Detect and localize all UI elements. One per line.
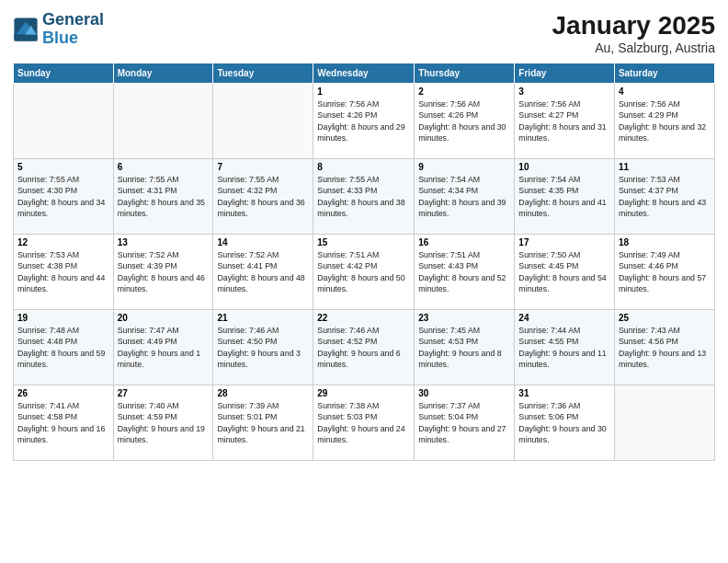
header-tuesday: Tuesday [213, 63, 313, 84]
day-info: Sunrise: 7:55 AMSunset: 4:30 PMDaylight:… [17, 174, 109, 219]
header-wednesday: Wednesday [313, 63, 415, 84]
calendar-cell: 30 Sunrise: 7:37 AMSunset: 5:04 PMDaylig… [415, 385, 515, 461]
day-number: 9 [418, 162, 510, 172]
day-number: 8 [317, 162, 410, 172]
calendar-cell: 16 Sunrise: 7:51 AMSunset: 4:43 PMDaylig… [415, 235, 515, 310]
day-info: Sunrise: 7:55 AMSunset: 4:33 PMDaylight:… [317, 174, 410, 219]
day-number: 24 [518, 313, 610, 323]
day-number: 13 [118, 237, 210, 247]
day-number: 4 [619, 86, 711, 97]
day-info: Sunrise: 7:48 AMSunset: 4:48 PMDaylight:… [17, 325, 109, 370]
header-monday: Monday [113, 63, 213, 84]
day-number: 29 [317, 388, 410, 398]
day-number: 2 [418, 86, 510, 97]
calendar-cell: 1 Sunrise: 7:56 AMSunset: 4:26 PMDayligh… [313, 84, 415, 159]
day-info: Sunrise: 7:44 AMSunset: 4:55 PMDaylight:… [518, 325, 610, 370]
header-row: Sunday Monday Tuesday Wednesday Thursday… [14, 63, 715, 84]
calendar-cell: 26 Sunrise: 7:41 AMSunset: 4:58 PMDaylig… [14, 385, 114, 461]
day-info: Sunrise: 7:45 AMSunset: 4:53 PMDaylight:… [418, 325, 510, 370]
calendar-cell: 18 Sunrise: 7:49 AMSunset: 4:46 PMDaylig… [614, 235, 714, 310]
calendar-cell: 9 Sunrise: 7:54 AMSunset: 4:34 PMDayligh… [415, 159, 515, 235]
day-info: Sunrise: 7:56 AMSunset: 4:29 PMDaylight:… [619, 98, 711, 144]
day-info: Sunrise: 7:55 AMSunset: 4:31 PMDaylight:… [118, 174, 210, 219]
header: General Blue January 2025 Au, Salzburg, … [13, 11, 715, 55]
calendar-cell: 8 Sunrise: 7:55 AMSunset: 4:33 PMDayligh… [313, 159, 415, 235]
day-info: Sunrise: 7:40 AMSunset: 4:59 PMDaylight:… [118, 400, 210, 445]
day-info: Sunrise: 7:52 AMSunset: 4:41 PMDaylight:… [217, 249, 309, 294]
day-number: 5 [17, 162, 109, 172]
calendar-cell: 23 Sunrise: 7:45 AMSunset: 4:53 PMDaylig… [415, 310, 515, 385]
day-number: 18 [619, 237, 711, 247]
calendar-cell: 11 Sunrise: 7:53 AMSunset: 4:37 PMDaylig… [614, 159, 714, 235]
day-info: Sunrise: 7:38 AMSunset: 5:03 PMDaylight:… [317, 400, 410, 445]
day-number: 30 [418, 388, 510, 398]
svg-rect-3 [14, 34, 37, 40]
day-info: Sunrise: 7:54 AMSunset: 4:34 PMDaylight:… [418, 174, 510, 219]
calendar-cell: 29 Sunrise: 7:38 AMSunset: 5:03 PMDaylig… [313, 385, 415, 461]
calendar-cell: 24 Sunrise: 7:44 AMSunset: 4:55 PMDaylig… [515, 310, 615, 385]
day-number: 14 [217, 237, 309, 247]
day-info: Sunrise: 7:52 AMSunset: 4:39 PMDaylight:… [118, 249, 210, 294]
calendar-title: January 2025 [552, 11, 715, 40]
day-info: Sunrise: 7:56 AMSunset: 4:26 PMDaylight:… [418, 98, 510, 144]
day-number: 25 [619, 313, 711, 323]
calendar-cell: 6 Sunrise: 7:55 AMSunset: 4:31 PMDayligh… [113, 159, 213, 235]
day-info: Sunrise: 7:53 AMSunset: 4:38 PMDaylight:… [17, 249, 109, 294]
day-number: 3 [518, 86, 610, 97]
calendar-cell: 28 Sunrise: 7:39 AMSunset: 5:01 PMDaylig… [213, 385, 313, 461]
calendar-week-2: 5 Sunrise: 7:55 AMSunset: 4:30 PMDayligh… [14, 159, 715, 235]
calendar-subtitle: Au, Salzburg, Austria [552, 40, 715, 55]
calendar-cell: 21 Sunrise: 7:46 AMSunset: 4:50 PMDaylig… [213, 310, 313, 385]
calendar-cell [113, 84, 213, 159]
day-number: 10 [518, 162, 610, 172]
logo-icon [13, 17, 39, 42]
calendar-cell: 22 Sunrise: 7:46 AMSunset: 4:52 PMDaylig… [313, 310, 415, 385]
calendar-header: Sunday Monday Tuesday Wednesday Thursday… [14, 63, 715, 84]
day-number: 21 [217, 313, 309, 323]
calendar-cell: 5 Sunrise: 7:55 AMSunset: 4:30 PMDayligh… [14, 159, 114, 235]
day-number: 20 [118, 313, 210, 323]
day-info: Sunrise: 7:50 AMSunset: 4:45 PMDaylight:… [518, 249, 610, 294]
calendar-cell: 20 Sunrise: 7:47 AMSunset: 4:49 PMDaylig… [113, 310, 213, 385]
calendar-week-3: 12 Sunrise: 7:53 AMSunset: 4:38 PMDaylig… [14, 235, 715, 310]
day-number: 7 [217, 162, 309, 172]
day-info: Sunrise: 7:37 AMSunset: 5:04 PMDaylight:… [418, 400, 510, 445]
day-info: Sunrise: 7:51 AMSunset: 4:42 PMDaylight:… [317, 249, 410, 294]
calendar-cell: 3 Sunrise: 7:56 AMSunset: 4:27 PMDayligh… [515, 84, 615, 159]
calendar-body: 1 Sunrise: 7:56 AMSunset: 4:26 PMDayligh… [14, 84, 715, 461]
day-number: 16 [418, 237, 510, 247]
logo-text: General Blue [42, 11, 104, 48]
calendar-cell: 27 Sunrise: 7:40 AMSunset: 4:59 PMDaylig… [113, 385, 213, 461]
logo-line1: General [42, 11, 104, 29]
day-number: 22 [317, 313, 410, 323]
calendar-cell: 14 Sunrise: 7:52 AMSunset: 4:41 PMDaylig… [213, 235, 313, 310]
day-info: Sunrise: 7:41 AMSunset: 4:58 PMDaylight:… [17, 400, 109, 445]
day-info: Sunrise: 7:55 AMSunset: 4:32 PMDaylight:… [217, 174, 309, 219]
logo: General Blue [13, 11, 104, 48]
calendar-week-4: 19 Sunrise: 7:48 AMSunset: 4:48 PMDaylig… [14, 310, 715, 385]
calendar-page: General Blue January 2025 Au, Salzburg, … [0, 0, 728, 563]
calendar-cell: 10 Sunrise: 7:54 AMSunset: 4:35 PMDaylig… [515, 159, 615, 235]
calendar-cell: 25 Sunrise: 7:43 AMSunset: 4:56 PMDaylig… [614, 310, 714, 385]
calendar-table: Sunday Monday Tuesday Wednesday Thursday… [13, 63, 715, 461]
calendar-cell: 31 Sunrise: 7:36 AMSunset: 5:06 PMDaylig… [515, 385, 615, 461]
day-number: 28 [217, 388, 309, 398]
calendar-cell [614, 385, 714, 461]
title-block: January 2025 Au, Salzburg, Austria [552, 11, 715, 55]
calendar-cell [213, 84, 313, 159]
calendar-week-5: 26 Sunrise: 7:41 AMSunset: 4:58 PMDaylig… [14, 385, 715, 461]
day-number: 17 [518, 237, 610, 247]
day-info: Sunrise: 7:43 AMSunset: 4:56 PMDaylight:… [619, 325, 711, 370]
logo-line2: Blue [42, 29, 104, 48]
header-sunday: Sunday [14, 63, 114, 84]
day-number: 6 [118, 162, 210, 172]
day-info: Sunrise: 7:46 AMSunset: 4:50 PMDaylight:… [217, 325, 309, 370]
day-number: 26 [17, 388, 109, 398]
calendar-week-1: 1 Sunrise: 7:56 AMSunset: 4:26 PMDayligh… [14, 84, 715, 159]
day-info: Sunrise: 7:54 AMSunset: 4:35 PMDaylight:… [518, 174, 610, 219]
calendar-cell [14, 84, 114, 159]
day-info: Sunrise: 7:56 AMSunset: 4:27 PMDaylight:… [518, 98, 610, 144]
day-info: Sunrise: 7:51 AMSunset: 4:43 PMDaylight:… [418, 249, 510, 294]
calendar-cell: 13 Sunrise: 7:52 AMSunset: 4:39 PMDaylig… [113, 235, 213, 310]
header-friday: Friday [515, 63, 615, 84]
